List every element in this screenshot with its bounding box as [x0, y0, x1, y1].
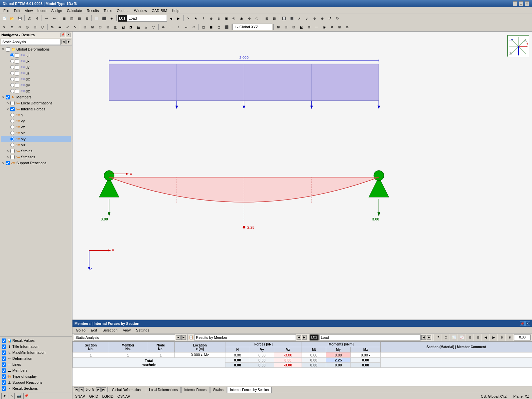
tb2-btn-26[interactable]: ◼: [207, 23, 215, 31]
expand-support-icon[interactable]: ▷: [1, 161, 5, 165]
results-load-prev[interactable]: ◀: [421, 335, 426, 340]
tree-item-My[interactable]: Aw My: [1, 136, 71, 142]
tb2-btn-19[interactable]: ▽: [150, 23, 157, 31]
menu-results[interactable]: Results: [85, 8, 101, 13]
check-result-values[interactable]: [2, 338, 6, 343]
results-panel-close[interactable]: ✕: [525, 321, 530, 326]
check-support-reactions[interactable]: [6, 161, 10, 165]
tb2-btn-24[interactable]: ⟳: [190, 23, 198, 31]
tb-btn-1[interactable]: ▦: [60, 15, 67, 22]
check-maxmin-info[interactable]: [2, 350, 6, 355]
view-dropdown[interactable]: 1 - Global XYZ: [232, 24, 272, 30]
results-menu-view[interactable]: View: [121, 328, 133, 332]
tb-btn-21[interactable]: 🔳: [288, 15, 295, 22]
nav-type-display[interactable]: 🎨 Type of display: [1, 373, 71, 379]
print2-button[interactable]: 🖨: [33, 15, 41, 22]
results-nav-next[interactable]: ▶: [181, 335, 186, 340]
tree-item-Mz[interactable]: Aw Mz: [1, 142, 71, 148]
check-ux[interactable]: [15, 59, 19, 64]
tb2-btn-10[interactable]: ⊟: [81, 23, 88, 31]
tb2-btn-20[interactable]: ⊕: [160, 23, 167, 31]
results-tb-1[interactable]: ↺: [434, 334, 442, 341]
radio-Mt[interactable]: [10, 131, 14, 135]
tb-btn-13[interactable]: ▣: [223, 15, 230, 22]
nav-next-btn[interactable]: ▶: [66, 40, 71, 44]
tb2-btn-25[interactable]: ◻: [200, 23, 207, 31]
tb2-btn-15[interactable]: ⬕: [119, 23, 127, 31]
tree-stresses[interactable]: ▷ Aw Stresses: [1, 154, 71, 160]
check-members[interactable]: [6, 95, 10, 99]
check-global-deformations[interactable]: [6, 47, 10, 52]
tb-btn-16[interactable]: ⊙: [246, 15, 253, 22]
tb-btn-26[interactable]: ↺: [326, 15, 333, 22]
results-by-next[interactable]: ▶: [302, 335, 307, 340]
nav-support-react-bottom[interactable]: ⊥ Support Reactions: [1, 379, 71, 385]
nav-lines[interactable]: — Lines: [1, 361, 71, 367]
nav-members-disp[interactable]: ▬ Members: [1, 367, 71, 373]
tb2-btn-30[interactable]: ⊟: [282, 23, 290, 31]
results-by-prev[interactable]: ◀: [297, 335, 301, 340]
tb2-btn-7[interactable]: ⇆: [56, 23, 64, 31]
tree-strains[interactable]: ▷ Aw Strains: [1, 148, 71, 154]
radio-phiz[interactable]: [10, 89, 14, 93]
maximize-button[interactable]: □: [519, 1, 523, 6]
tb2-btn-11[interactable]: ⊠: [89, 23, 96, 31]
check-phix[interactable]: [15, 77, 19, 81]
tb2-btn-18[interactable]: △: [142, 23, 150, 31]
check-u-abs[interactable]: [15, 53, 19, 58]
check-phiy[interactable]: [15, 83, 19, 87]
tab-internal-forces-section[interactable]: Internal Forces by Section: [227, 387, 272, 393]
nav-prev[interactable]: ◀: [167, 15, 175, 22]
tb-btn-2[interactable]: ▥: [68, 15, 75, 22]
close-button[interactable]: ✕: [525, 1, 529, 6]
expand-strains-icon[interactable]: ▷: [5, 149, 10, 153]
menu-help[interactable]: Help: [170, 8, 182, 13]
tb-btn-7[interactable]: ◈: [108, 15, 115, 22]
results-table[interactable]: SectionNo. MemberNo. NodeNo. Locationx […: [72, 341, 532, 386]
status-osnap[interactable]: OSNAP: [117, 394, 130, 398]
radio-My[interactable]: [10, 137, 14, 141]
tree-item-phix[interactable]: Aw φx: [1, 76, 71, 82]
radio-Mz[interactable]: [10, 143, 14, 147]
tb2-btn-13[interactable]: ⊞: [104, 23, 111, 31]
tab-nav-next[interactable]: ▶: [96, 387, 101, 392]
tab-internal-forces[interactable]: Internal Forces: [181, 387, 209, 393]
status-lgrid[interactable]: LGRID: [102, 394, 113, 398]
tb-btn-9[interactable]: ★: [192, 15, 200, 22]
tb2-btn-21[interactable]: ⋯: [167, 23, 175, 31]
tb2-btn-35[interactable]: ◉: [321, 23, 328, 31]
nav-analysis-dropdown[interactable]: Static Analysis: [1, 39, 61, 45]
tb-btn-10[interactable]: ⋮: [200, 15, 207, 22]
nav-header-controls[interactable]: 📌 ✕: [61, 33, 70, 37]
results-tb-7[interactable]: ◀: [482, 334, 489, 341]
results-load-dropdown[interactable]: Load: [319, 334, 421, 340]
tab-nav-last[interactable]: ▶|: [101, 387, 106, 392]
nav-prev-btn[interactable]: ◀: [61, 40, 66, 44]
tb2-btn-9[interactable]: ⤡: [71, 23, 79, 31]
radio-Vy[interactable]: [10, 119, 14, 123]
nav-status-cursor[interactable]: ↖: [9, 393, 15, 399]
nav-pin-button[interactable]: 📌: [61, 33, 65, 37]
results-tb-6[interactable]: ⊟: [474, 334, 481, 341]
results-menu-settings[interactable]: Settings: [134, 328, 151, 332]
results-tb-4[interactable]: 📈: [458, 334, 466, 341]
tb-btn-19[interactable]: ⊟: [271, 15, 278, 22]
results-menu-selection[interactable]: Selection: [100, 328, 119, 332]
tree-item-phiz[interactable]: Aw φz: [1, 88, 71, 94]
tb2-btn-32[interactable]: ⬕: [298, 23, 305, 31]
check-uz[interactable]: [15, 71, 19, 75]
menu-options[interactable]: Options: [115, 8, 131, 13]
results-analysis-dropdown[interactable]: Static Analysis: [74, 334, 175, 340]
view-3d[interactable]: 2.000: [72, 32, 532, 320]
results-tb-2[interactable]: ⊙: [442, 334, 450, 341]
tb2-btn-37[interactable]: ⊞: [336, 23, 343, 31]
tb2-btn-1[interactable]: ⊕: [8, 23, 16, 31]
menu-file[interactable]: File: [1, 8, 11, 13]
menu-edit[interactable]: Edit: [12, 8, 22, 13]
tb2-btn-5[interactable]: ⬡: [39, 23, 46, 31]
tab-nav-prev[interactable]: ◀: [79, 387, 84, 392]
results-tb-10[interactable]: ⊗: [506, 334, 513, 341]
radio-ux[interactable]: [10, 59, 14, 63]
tb-btn-12[interactable]: ⊗: [215, 15, 222, 22]
results-value-input[interactable]: 0.00: [514, 334, 531, 340]
